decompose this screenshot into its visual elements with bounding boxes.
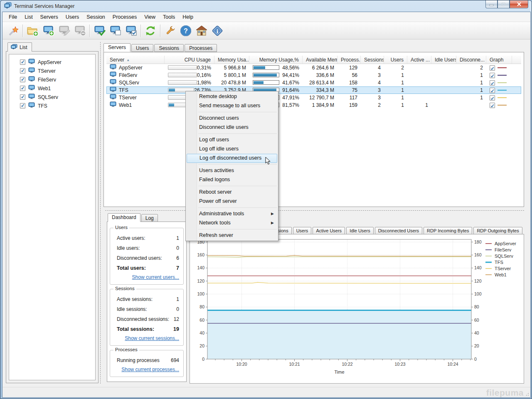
menu-item-administrative-tools[interactable]: Administrative tools▶ [187, 209, 277, 219]
checkbox-checked[interactable] [20, 77, 25, 82]
checkbox-checked[interactable] [20, 59, 25, 65]
vertical-splitter[interactable] [100, 42, 101, 384]
resize-grip[interactable] [524, 391, 530, 397]
wrench-icon[interactable] [162, 23, 178, 38]
tab-users[interactable]: Users [131, 44, 153, 52]
chart-tab-active-users[interactable]: Active Users [313, 227, 345, 234]
home-icon[interactable] [194, 23, 209, 38]
column-header-idle-users[interactable]: Idle Users [431, 56, 456, 64]
column-header-users[interactable]: Users [384, 56, 407, 64]
table-row-tserver[interactable]: TServer47,91%12 790,7 M117311 [106, 94, 521, 101]
server-list-item-fileserv[interactable]: FileServ [9, 75, 95, 84]
graph-checkbox-checked[interactable] [490, 73, 495, 78]
column-header-cpu-usage[interactable]: CPU Usage [165, 56, 214, 64]
menu-item-disconnect-idle-users[interactable]: Disconnect idle users [187, 123, 277, 132]
table-row-fileserv[interactable]: FileServ0,16%5 800,1 M94,41%336,6 M56311 [106, 71, 521, 79]
tab-servers[interactable]: Servers [103, 43, 131, 52]
tab-sessions[interactable]: Sessions [154, 44, 184, 52]
tab-processes[interactable]: Processes [185, 44, 217, 52]
menu-servers[interactable]: Servers [37, 13, 62, 21]
column-header-memory-usage[interactable]: Memory Usage,% [249, 56, 303, 64]
column-header-graph[interactable]: Graph [486, 56, 512, 64]
server-list-item-sqlserv[interactable]: SQLServ [9, 93, 95, 101]
menu-item-log-off-idle-users[interactable]: Log off idle users [187, 145, 277, 154]
wand-icon[interactable] [5, 23, 21, 38]
chart-tab-idle-users[interactable]: Idle Users [346, 227, 374, 234]
server-list-item-web1[interactable]: Web1 [9, 84, 95, 93]
server-list-item-appserver[interactable]: AppServer [9, 58, 95, 66]
tab-list[interactable]: List [7, 42, 32, 52]
graph-checkbox-checked[interactable] [490, 88, 495, 93]
column-header-memory-usa[interactable]: Memory Usa... [214, 56, 249, 64]
checkbox-checked[interactable] [20, 86, 25, 91]
horizontal-splitter[interactable] [105, 210, 524, 211]
table-row-appserver[interactable]: AppServer0,31%5 966,8 M48,56%6 264,6 M12… [106, 64, 521, 71]
checkbox-checked[interactable] [20, 94, 25, 100]
computer-checkbox-icon[interactable] [123, 23, 139, 38]
add-computer-icon[interactable] [40, 23, 56, 38]
window-title: Terminal Services Manager [14, 3, 74, 9]
computer-check-icon[interactable] [91, 23, 107, 38]
close-button[interactable] [510, 0, 528, 8]
column-header-disconne[interactable]: Disconne... [456, 56, 486, 64]
column-header-available-mem[interactable]: Available Mem... [303, 56, 337, 64]
graph-checkbox-checked[interactable] [490, 80, 495, 86]
column-header-server[interactable]: Server▲ [106, 56, 165, 64]
svg-text:20: 20 [474, 343, 479, 348]
chart-tab-rdp-outgoing-bytes[interactable]: RDP Outgoing Bytes [473, 227, 522, 234]
table-cell: 1 [456, 71, 486, 79]
chart-tab-disconnected-users[interactable]: Disconnected Users [375, 227, 422, 234]
server-list-item-tserver[interactable]: TServer [9, 66, 95, 75]
graph-checkbox-checked[interactable] [490, 103, 495, 108]
table-row-tfs[interactable]: TFS26,73%3 752,9 M91,64%334,3 M75311 [106, 86, 521, 94]
menu-help[interactable]: Help [179, 13, 197, 21]
graph-checkbox-checked[interactable] [490, 65, 495, 71]
menu-session[interactable]: Session [83, 13, 108, 21]
table-row-web1[interactable]: Web181,57%1 384,9 M159211 [106, 101, 521, 109]
menu-item-log-off-users[interactable]: Log off users [187, 135, 277, 145]
show-current-sessions-link[interactable]: Show current sessions... [125, 335, 179, 341]
menu-item-power-off-server[interactable]: Power off server [187, 197, 277, 206]
menu-item-failed-logons[interactable]: Failed logons [187, 175, 277, 185]
show-current-users-link[interactable]: Show current users... [132, 274, 179, 280]
menu-list[interactable]: List [21, 13, 36, 21]
column-header-sessions[interactable]: Sessions [361, 56, 384, 64]
menu-item-send-message-to-all-users[interactable]: Send message to all users [187, 101, 277, 111]
menu-item-users-activities[interactable]: Users activities [187, 166, 277, 175]
open-folder-add-icon[interactable] [25, 23, 40, 38]
svg-text:Web1: Web1 [495, 272, 507, 277]
tab-log[interactable]: Log [141, 214, 158, 222]
menu-tools[interactable]: Tools [159, 13, 179, 21]
table-row-sqlserv[interactable]: SQLServ1,98%20 478,8 M41,67%28 613,4 M15… [106, 79, 521, 86]
menu-item-log-off-disconnected-users[interactable]: Log off disconnected users [187, 154, 277, 163]
info-icon[interactable]: i [209, 23, 225, 38]
show-current-processes-link[interactable]: Show current processes... [121, 367, 179, 372]
menu-processes[interactable]: Processes [109, 13, 140, 21]
menu-item-refresh-server[interactable]: Refresh server [187, 231, 277, 240]
checkbox-checked[interactable] [20, 103, 25, 108]
menu-users[interactable]: Users [62, 13, 83, 21]
refresh-icon[interactable] [143, 23, 158, 38]
menu-item-remote-desktop[interactable]: Remote desktop [187, 92, 277, 101]
minimize-button[interactable] [485, 0, 498, 8]
stat-value: 1 [176, 296, 179, 302]
chart-tab-rdp-incoming-bytes[interactable]: RDP Incoming Bytes [424, 227, 472, 234]
menu-item-disconnect-users[interactable]: Disconnect users [187, 114, 277, 123]
menu-item-reboot-server[interactable]: Reboot server [187, 188, 277, 197]
table-cell: 4 [361, 64, 384, 71]
checkbox-checked[interactable] [20, 68, 25, 74]
server-list-item-tfs[interactable]: TFS [9, 101, 95, 110]
caption-buttons [485, 0, 528, 8]
tab-dashboard[interactable]: Dashboard [108, 213, 140, 222]
computer-window-icon[interactable] [107, 23, 123, 38]
column-header-active[interactable]: Active ... [407, 56, 431, 64]
help-icon[interactable]: ? [178, 23, 194, 38]
chart-tab-users[interactable]: Users [293, 227, 312, 234]
column-header-process[interactable]: Process... [337, 56, 361, 64]
graph-checkbox-checked[interactable] [490, 95, 495, 101]
menu-item-network-tools[interactable]: Network tools▶ [187, 219, 277, 228]
menu-view[interactable]: View [140, 13, 159, 21]
menu-file[interactable]: File [5, 13, 21, 21]
memory-usage-bar [253, 73, 279, 77]
maximize-button[interactable] [498, 0, 510, 8]
